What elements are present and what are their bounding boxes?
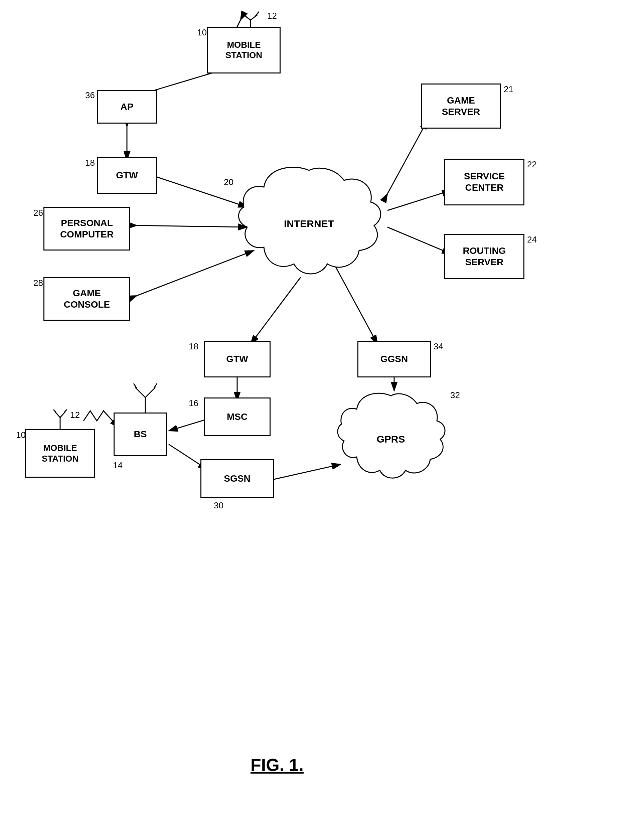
ref-gtw-top: 18 [85,158,95,168]
ref-12-top: 12 [267,11,277,21]
internet-cloud: INTERNET [234,160,384,287]
internet-label: INTERNET [284,218,334,230]
ggsn: GGSN [357,341,431,377]
svg-line-14 [274,464,341,479]
mobile-station-top: MOBILE STATION [207,27,281,74]
bs-antenna [132,381,159,414]
figure-label: FIG. 1. [250,755,304,775]
game-console: GAME CONSOLE [43,277,130,321]
svg-line-6 [388,120,428,194]
ref-routing-server: 24 [527,235,537,245]
ref-mobile-station-bottom: 10 [16,430,26,440]
ref-service-center: 22 [527,160,537,170]
service-center: SERVICE CENTER [444,159,524,206]
ref-internet: 20 [224,177,233,187]
personal-computer: PERSONAL COMPUTER [43,207,130,250]
msc: MSC [204,397,271,436]
ref-gtw-bottom: 18 [189,341,198,352]
gtw-bottom: GTW [204,341,271,377]
gtw-top: GTW [97,157,157,194]
svg-line-8 [388,227,451,254]
routing-server: ROUTING SERVER [444,234,524,279]
mobile-station-bottom: MOBILE STATION [25,429,95,478]
sgsn: SGSN [201,459,274,498]
diagram-container: MOBILE STATION 10 12 AP 36 GTW 18 PERSON… [0,0,644,813]
ref-personal-computer: 26 [34,208,43,218]
ref-gprs: 32 [450,390,460,400]
ref-ap: 36 [85,90,95,101]
ref-bs: 14 [113,460,123,471]
svg-line-9 [250,277,301,344]
svg-line-29 [54,410,56,413]
bs: BS [113,413,167,456]
svg-line-7 [388,190,451,210]
mobile-antenna-bottom [50,409,70,431]
ap-node: AP [97,90,157,124]
ref-msc: 16 [189,398,198,408]
gprs-label: GPRS [376,434,405,445]
svg-line-4 [137,225,247,227]
ref-sgsn: 30 [214,500,224,511]
ref-mobile-station-top: 10 [197,28,207,38]
gprs-cloud: GPRS [334,388,448,491]
svg-line-25 [154,383,157,388]
svg-line-24 [133,383,136,388]
svg-line-12 [169,419,207,431]
ref-game-console: 28 [34,278,43,288]
svg-line-22 [135,388,145,397]
svg-line-30 [64,410,67,413]
ref-12-bottom: 12 [70,410,80,420]
ref-game-server: 21 [504,84,514,95]
game-server: GAME SERVER [421,83,501,129]
svg-line-23 [145,388,155,397]
ref-ggsn: 34 [434,341,443,352]
